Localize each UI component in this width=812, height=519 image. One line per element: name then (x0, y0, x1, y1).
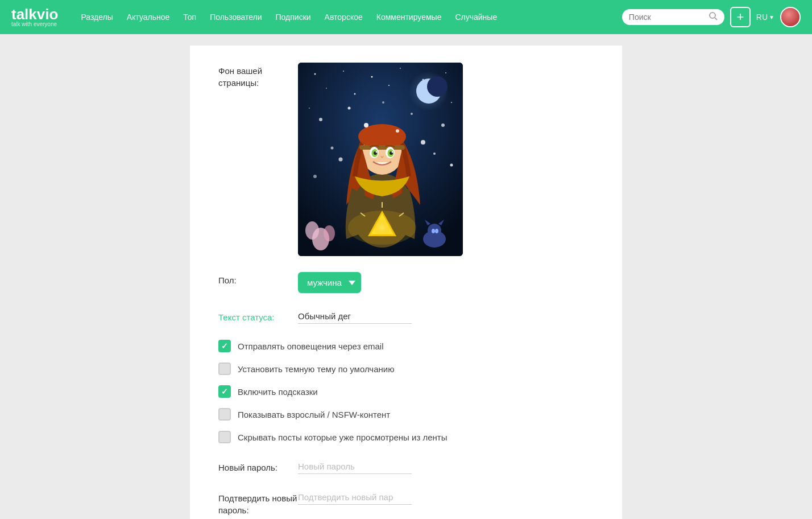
bg-image-svg (298, 63, 463, 256)
search-input[interactable] (629, 13, 709, 22)
checkboxes-section: Отправлять оповещения через email Устано… (218, 340, 594, 443)
svg-point-13 (309, 108, 310, 109)
logo-text: talkvio (11, 7, 58, 22)
logo-subtitle: talk with everyone (11, 22, 57, 27)
checkbox-hints-row: Включить подсказки (218, 385, 318, 398)
confirm-password-input[interactable] (298, 490, 412, 505)
checkbox-hide-viewed[interactable] (218, 431, 231, 443)
svg-point-43 (392, 151, 393, 153)
gender-control: мужчина женщина (298, 272, 594, 293)
checkbox-dark-theme-row: Установить темную тему по умолчанию (218, 363, 394, 375)
svg-point-54 (435, 229, 438, 233)
svg-point-22 (382, 101, 384, 104)
svg-point-3 (314, 73, 316, 75)
checkbox-hints[interactable] (218, 385, 231, 398)
svg-point-10 (354, 93, 356, 95)
nav-top[interactable]: Топ (177, 9, 202, 25)
svg-point-14 (388, 85, 390, 86)
nav-authors[interactable]: Авторское (319, 9, 368, 25)
svg-point-58 (421, 140, 425, 145)
svg-point-9 (326, 88, 327, 89)
new-password-control (298, 459, 594, 474)
search-icon (709, 11, 718, 20)
nav-commented[interactable]: Комментируемые (371, 9, 448, 25)
nav-sections[interactable]: Разделы (75, 9, 118, 25)
svg-point-55 (364, 123, 368, 127)
svg-point-50 (348, 211, 416, 245)
status-text-input[interactable] (298, 309, 412, 324)
svg-point-30 (305, 221, 319, 240)
nav-current[interactable]: Актуальное (121, 9, 176, 25)
settings-page: Фон вашей страницы: (190, 46, 622, 519)
svg-line-1 (715, 18, 717, 20)
new-password-label: Новый пароль: (218, 459, 298, 473)
svg-point-31 (324, 225, 335, 241)
confirm-password-control (298, 490, 594, 505)
bg-label: Фон вашей страницы: (218, 63, 298, 89)
bg-image-row: Фон вашей страницы: (218, 63, 594, 256)
new-password-input[interactable] (298, 459, 412, 474)
checkbox-nsfw-row: Показывать взрослый / NSFW-контент (218, 408, 390, 421)
svg-point-19 (348, 107, 351, 110)
status-row: Текст статуса: (218, 309, 594, 324)
main-nav: Разделы Актуальное Топ Пользователи Подп… (75, 9, 622, 25)
new-password-row: Новый пароль: (218, 459, 594, 474)
svg-point-53 (432, 229, 435, 233)
bg-image-control (298, 63, 594, 256)
checkbox-nsfw[interactable] (218, 408, 231, 421)
checkbox-email-notify[interactable] (218, 340, 231, 352)
user-avatar[interactable] (780, 7, 801, 27)
checkbox-email-notify-label: Отправлять оповещения через email (238, 341, 384, 351)
gender-select[interactable]: мужчина женщина (298, 272, 361, 293)
checkbox-nsfw-label: Показывать взрослый / NSFW-контент (238, 410, 390, 419)
confirm-password-label: Подтвердить новый пароль: (218, 490, 298, 516)
chevron-down-icon: ▼ (769, 14, 774, 20)
checkbox-dark-theme[interactable] (218, 363, 231, 375)
svg-point-5 (371, 76, 373, 78)
checkbox-hints-label: Включить подсказки (238, 387, 318, 397)
header-right: + RU ▼ (622, 7, 801, 27)
search-icon-button[interactable] (709, 11, 718, 23)
svg-point-8 (445, 72, 446, 73)
svg-point-12 (451, 102, 452, 103)
svg-point-57 (339, 158, 343, 162)
bg-image-box[interactable] (298, 63, 463, 256)
svg-point-18 (319, 118, 322, 121)
svg-point-21 (441, 123, 445, 127)
nav-subscriptions[interactable]: Подписки (270, 9, 317, 25)
search-box (622, 9, 724, 25)
svg-point-26 (450, 164, 453, 167)
status-control (298, 309, 594, 324)
add-post-button[interactable]: + (730, 7, 751, 27)
status-label: Текст статуса: (218, 309, 298, 323)
svg-point-0 (710, 13, 715, 18)
checkbox-hide-viewed-label: Скрывать посты которые уже просмотрены и… (238, 432, 447, 442)
logo[interactable]: talkvio talk with everyone (11, 7, 58, 27)
language-selector[interactable]: RU ▼ (756, 13, 774, 22)
gender-label: Пол: (218, 272, 298, 286)
header: talkvio talk with everyone Разделы Актуа… (0, 0, 812, 34)
svg-point-23 (331, 147, 334, 150)
svg-point-17 (427, 76, 448, 97)
svg-point-6 (400, 68, 401, 69)
checkbox-hide-viewed-row: Скрывать посты которые уже просмотрены и… (218, 431, 447, 443)
svg-point-20 (411, 113, 413, 115)
nav-random[interactable]: Случайные (449, 9, 503, 25)
svg-point-56 (396, 129, 399, 133)
svg-point-25 (313, 175, 317, 178)
svg-rect-35 (359, 145, 405, 150)
checkbox-dark-theme-label: Установить темную тему по умолчанию (238, 364, 394, 374)
svg-point-24 (433, 153, 436, 155)
confirm-password-row: Подтвердить новый пароль: (218, 490, 594, 516)
lang-label: RU (756, 13, 768, 22)
gender-row: Пол: мужчина женщина (218, 272, 594, 293)
svg-point-42 (376, 151, 378, 153)
checkbox-email-notify-row: Отправлять оповещения через email (218, 340, 384, 352)
svg-point-4 (343, 71, 344, 72)
nav-users[interactable]: Пользователи (204, 9, 267, 25)
